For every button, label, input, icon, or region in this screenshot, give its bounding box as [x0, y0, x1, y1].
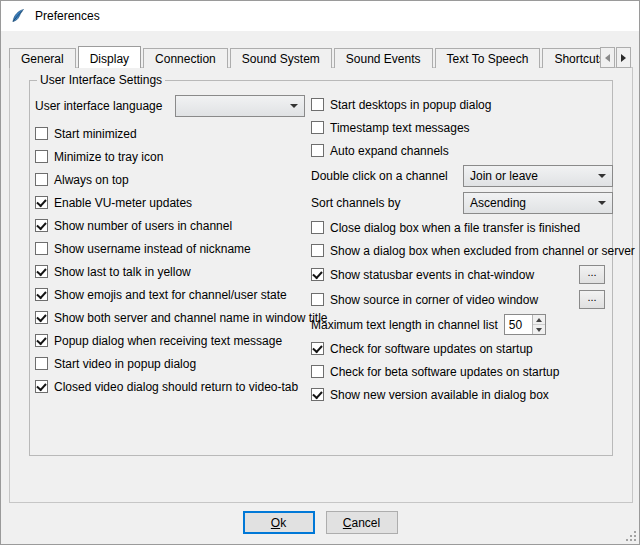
setting-row-show-number-of-users-in-channel: Show number of users in channel [35, 214, 305, 237]
checkbox-label[interactable]: Start video in popup dialog [54, 357, 196, 371]
tab-scroll-buttons [599, 47, 631, 68]
sort-channels-label: Sort channels by [311, 196, 400, 210]
checkbox-show-statusbar-events-in-chat-window[interactable] [311, 268, 324, 281]
checkbox-label[interactable]: Always on top [54, 173, 129, 187]
setting-row-minimize-to-tray-icon: Minimize to tray icon [35, 145, 305, 168]
tab-scroll-right-button[interactable] [616, 47, 631, 68]
checkbox-label[interactable]: Popup dialog when receiving text message [54, 334, 282, 348]
checkbox-label[interactable]: Auto expand channels [330, 144, 449, 158]
language-select[interactable] [175, 95, 305, 117]
tab-shortcuts[interactable]: Shortcuts [542, 48, 603, 68]
tab-connection[interactable]: Connection [143, 48, 228, 68]
checkbox-label[interactable]: Check for beta software updates on start… [330, 365, 559, 379]
setting-row-start-video-in-popup-dialog: Start video in popup dialog [35, 352, 305, 375]
checkbox-close-dialog-box-when-a-file-transfer-is-finished[interactable] [311, 221, 324, 234]
checkbox-show-number-of-users-in-channel[interactable] [35, 219, 48, 232]
max-text-length-spinner[interactable]: 50 [504, 314, 546, 335]
checkbox-show-emojis-and-text-for-channel-user-state[interactable] [35, 288, 48, 301]
setting-row-start-desktops-in-popup-dialog: Start desktops in popup dialog [311, 93, 613, 116]
dialog-buttons: Ok Cancel [1, 511, 639, 534]
checkbox-closed-video-dialog-should-return-to-video-tab[interactable] [35, 380, 48, 393]
checkbox-label[interactable]: Close dialog box when a file transfer is… [330, 221, 580, 235]
chevron-down-icon [290, 104, 298, 108]
checkbox-label[interactable]: Show statusbar events in chat-window [330, 268, 534, 282]
setting-row-timestamp-text-messages: Timestamp text messages [311, 116, 613, 139]
checkbox-label[interactable]: Show source in corner of video window [330, 293, 538, 307]
checkbox-label[interactable]: Check for software updates on startup [330, 342, 533, 356]
double-click-label: Double click on a channel [311, 169, 448, 183]
checkbox-label[interactable]: Show new version available in dialog box [330, 388, 549, 402]
checkbox-popup-dialog-when-receiving-text-message[interactable] [35, 334, 48, 347]
checkbox-start-desktops-in-popup-dialog[interactable] [311, 98, 324, 111]
preferences-window: Preferences GeneralDisplayConnectionSoun… [0, 0, 640, 545]
max-text-length-row: Maximum text length in channel list 50 [311, 312, 613, 337]
checkbox-label[interactable]: Show both server and channel name in win… [54, 311, 328, 325]
double-click-select[interactable]: Join or leave [463, 165, 613, 187]
left-column: User interface language Start minimizedM… [35, 93, 305, 398]
more-button-show-statusbar-events-in-chat-window[interactable]: ... [579, 265, 605, 284]
app-icon [10, 8, 26, 24]
checkbox-timestamp-text-messages[interactable] [311, 121, 324, 134]
ok-button[interactable]: Ok [243, 511, 315, 534]
checkbox-start-video-in-popup-dialog[interactable] [35, 357, 48, 370]
setting-row-show-statusbar-events-in-chat-window: Show statusbar events in chat-window... [311, 262, 613, 287]
tab-text-to-speech[interactable]: Text To Speech [435, 48, 541, 68]
tab-bar: GeneralDisplayConnectionSound SystemSoun… [9, 46, 603, 68]
spin-down-button[interactable] [533, 324, 545, 334]
checkbox-show-new-version-available-in-dialog-box[interactable] [311, 388, 324, 401]
setting-row-show-a-dialog-box-when-excluded-from-channel-or-server: Show a dialog box when excluded from cha… [311, 239, 613, 262]
titlebar[interactable]: Preferences [1, 1, 639, 31]
chevron-down-icon [598, 174, 606, 178]
spin-up-button[interactable] [533, 315, 545, 324]
cancel-button[interactable]: Cancel [326, 511, 398, 534]
checkbox-label[interactable]: Closed video dialog should return to vid… [54, 380, 298, 394]
right-top-checkbox-list: Start desktops in popup dialogTimestamp … [311, 93, 613, 162]
tab-sound-events[interactable]: Sound Events [334, 48, 433, 68]
checkbox-minimize-to-tray-icon[interactable] [35, 150, 48, 163]
checkbox-check-for-software-updates-on-startup[interactable] [311, 342, 324, 355]
setting-row-popup-dialog-when-receiving-text-message: Popup dialog when receiving text message [35, 329, 305, 352]
sort-channels-select-value: Ascending [470, 196, 526, 210]
checkbox-label[interactable]: Show number of users in channel [54, 219, 232, 233]
checkbox-show-both-server-and-channel-name-in-window-title[interactable] [35, 311, 48, 324]
setting-row-start-minimized: Start minimized [35, 122, 305, 145]
setting-row-close-dialog-box-when-a-file-transfer-is-finished: Close dialog box when a file transfer is… [311, 216, 613, 239]
checkbox-show-username-instead-of-nickname[interactable] [35, 242, 48, 255]
checkbox-label[interactable]: Timestamp text messages [330, 121, 470, 135]
checkbox-show-source-in-corner-of-video-window[interactable] [311, 293, 324, 306]
tab-sound-system[interactable]: Sound System [230, 48, 332, 68]
setting-row-check-for-software-updates-on-startup: Check for software updates on startup [311, 337, 613, 360]
tab-display[interactable]: Display [78, 46, 141, 68]
more-button-show-source-in-corner-of-video-window[interactable]: ... [579, 290, 605, 309]
left-checkbox-list: Start minimizedMinimize to tray iconAlwa… [35, 122, 305, 398]
checkbox-enable-vu-meter-updates[interactable] [35, 196, 48, 209]
group-title: User Interface Settings [37, 73, 165, 87]
checkbox-label[interactable]: Start minimized [54, 127, 137, 141]
checkbox-label[interactable]: Show last to talk in yellow [54, 265, 191, 279]
setting-row-show-last-to-talk-in-yellow: Show last to talk in yellow [35, 260, 305, 283]
checkbox-label[interactable]: Show emojis and text for channel/user st… [54, 288, 287, 302]
language-label: User interface language [35, 99, 162, 113]
checkbox-label[interactable]: Show a dialog box when excluded from cha… [330, 244, 635, 258]
checkbox-label[interactable]: Start desktops in popup dialog [330, 98, 491, 112]
setting-row-auto-expand-channels: Auto expand channels [311, 139, 613, 162]
setting-row-show-emojis-and-text-for-channel-user-state: Show emojis and text for channel/user st… [35, 283, 305, 306]
right-bottom-checkbox-list: Check for software updates on startupChe… [311, 337, 613, 406]
checkbox-start-minimized[interactable] [35, 127, 48, 140]
setting-row-show-both-server-and-channel-name-in-window-title: Show both server and channel name in win… [35, 306, 305, 329]
checkbox-label[interactable]: Show username instead of nickname [54, 242, 251, 256]
spinner-arrows [532, 315, 545, 334]
checkbox-show-last-to-talk-in-yellow[interactable] [35, 265, 48, 278]
tab-general[interactable]: General [9, 48, 76, 68]
setting-row-check-for-beta-software-updates-on-startup: Check for beta software updates on start… [311, 360, 613, 383]
setting-row-show-new-version-available-in-dialog-box: Show new version available in dialog box [311, 383, 613, 406]
tab-scroll-left-button[interactable] [600, 47, 615, 68]
checkbox-label[interactable]: Enable VU-meter updates [54, 196, 192, 210]
double-click-row: Double click on a channel Join or leave [311, 162, 613, 189]
sort-channels-select[interactable]: Ascending [463, 192, 613, 214]
checkbox-show-a-dialog-box-when-excluded-from-channel-or-server[interactable] [311, 244, 324, 257]
checkbox-check-for-beta-software-updates-on-startup[interactable] [311, 365, 324, 378]
checkbox-label[interactable]: Minimize to tray icon [54, 150, 163, 164]
checkbox-auto-expand-channels[interactable] [311, 144, 324, 157]
checkbox-always-on-top[interactable] [35, 173, 48, 186]
